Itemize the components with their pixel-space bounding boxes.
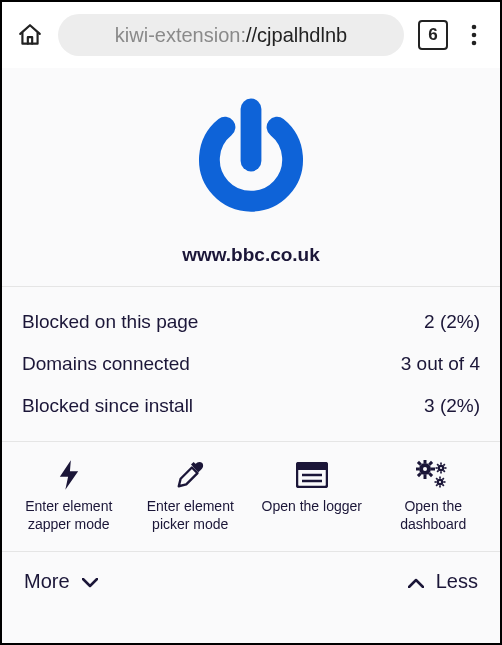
svg-rect-33 bbox=[444, 481, 446, 483]
svg-rect-32 bbox=[435, 481, 437, 483]
svg-rect-13 bbox=[431, 468, 435, 471]
gears-icon bbox=[416, 458, 450, 492]
tab-count-button[interactable]: 6 bbox=[418, 20, 448, 50]
stat-row-domains-connected: Domains connected 3 out of 4 bbox=[22, 343, 480, 385]
chevron-up-icon bbox=[408, 570, 424, 593]
stat-label: Domains connected bbox=[22, 353, 190, 375]
svg-point-19 bbox=[440, 467, 442, 469]
url-prefix: kiwi-extension: bbox=[115, 24, 246, 47]
list-icon bbox=[296, 458, 328, 492]
stat-value: 3 out of 4 bbox=[401, 353, 480, 375]
bolt-icon bbox=[58, 458, 80, 492]
stat-value: 2 (2%) bbox=[424, 311, 480, 333]
tool-zapper[interactable]: Enter element zapper mode bbox=[14, 458, 124, 533]
power-icon[interactable] bbox=[186, 96, 316, 230]
site-label: www.bbc.co.uk bbox=[182, 244, 320, 266]
tools-row: Enter element zapper mode Enter element … bbox=[2, 442, 500, 552]
eyedropper-icon bbox=[175, 458, 205, 492]
tool-label: Open the dashboard bbox=[378, 498, 488, 533]
svg-point-2 bbox=[472, 41, 477, 46]
stats-section: Blocked on this page 2 (2%) Domains conn… bbox=[2, 287, 500, 442]
tool-logger[interactable]: Open the logger bbox=[257, 458, 367, 533]
stat-row-blocked-install: Blocked since install 3 (2%) bbox=[22, 385, 480, 427]
more-button[interactable]: More bbox=[24, 570, 98, 593]
power-area: www.bbc.co.uk bbox=[2, 68, 500, 287]
chevron-down-icon bbox=[82, 570, 98, 593]
tool-picker[interactable]: Enter element picker mode bbox=[135, 458, 245, 533]
url-rest: //cjpalhdlnb bbox=[246, 24, 347, 47]
svg-rect-22 bbox=[436, 467, 438, 469]
extension-popup: www.bbc.co.uk Blocked on this page 2 (2%… bbox=[2, 68, 500, 643]
svg-point-0 bbox=[472, 25, 477, 30]
svg-point-9 bbox=[423, 467, 427, 471]
svg-point-1 bbox=[472, 33, 477, 38]
svg-rect-31 bbox=[439, 485, 441, 487]
less-button[interactable]: Less bbox=[408, 570, 478, 593]
bottom-bar: More Less bbox=[2, 552, 500, 611]
stat-value: 3 (2%) bbox=[424, 395, 480, 417]
browser-top-bar: kiwi-extension://cjpalhdlnb 6 bbox=[2, 2, 500, 68]
stat-label: Blocked since install bbox=[22, 395, 193, 417]
menu-icon[interactable] bbox=[462, 21, 486, 49]
svg-rect-10 bbox=[424, 460, 427, 463]
svg-rect-30 bbox=[439, 477, 441, 479]
svg-rect-23 bbox=[445, 467, 447, 469]
more-label: More bbox=[24, 570, 70, 593]
svg-rect-12 bbox=[416, 468, 419, 471]
svg-point-29 bbox=[439, 481, 441, 483]
url-bar[interactable]: kiwi-extension://cjpalhdlnb bbox=[58, 14, 404, 56]
tool-label: Enter element zapper mode bbox=[14, 498, 124, 533]
home-icon[interactable] bbox=[16, 21, 44, 49]
tool-dashboard[interactable]: Open the dashboard bbox=[378, 458, 488, 533]
tool-label: Open the logger bbox=[262, 498, 362, 516]
tab-count-value: 6 bbox=[428, 25, 437, 45]
svg-rect-20 bbox=[440, 463, 442, 465]
svg-rect-21 bbox=[440, 471, 442, 473]
svg-rect-11 bbox=[424, 475, 427, 479]
stat-row-blocked-page: Blocked on this page 2 (2%) bbox=[22, 301, 480, 343]
less-label: Less bbox=[436, 570, 478, 593]
svg-rect-5 bbox=[297, 463, 327, 470]
stat-label: Blocked on this page bbox=[22, 311, 198, 333]
tool-label: Enter element picker mode bbox=[135, 498, 245, 533]
